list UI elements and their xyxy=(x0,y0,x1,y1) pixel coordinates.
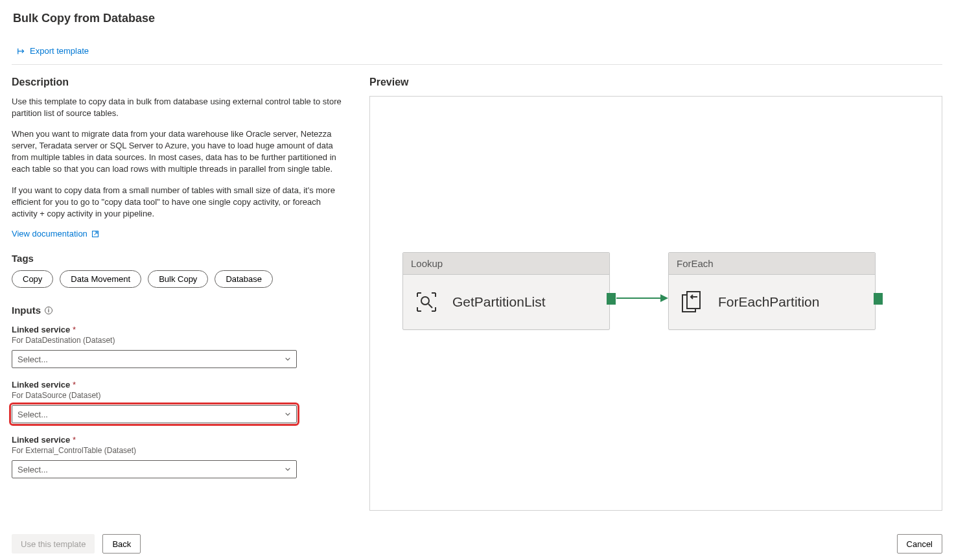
export-template-label: Export template xyxy=(30,46,89,56)
required-star: * xyxy=(73,435,76,445)
external-link-icon xyxy=(91,230,99,238)
description-para3: If you want to copy data from a small nu… xyxy=(12,185,349,220)
footer: Use this template Back Cancel xyxy=(0,528,954,550)
preview-canvas[interactable]: Lookup GetPartitionList ForEach xyxy=(369,96,942,511)
select-placeholder: Select... xyxy=(17,465,48,474)
svg-rect-3 xyxy=(687,292,700,309)
view-documentation-label: View documentation xyxy=(12,229,87,239)
inputs-heading: Inputs i xyxy=(12,305,349,316)
tag-bulk-copy[interactable]: Bulk Copy xyxy=(148,270,208,288)
chevron-down-icon xyxy=(285,466,291,472)
foreach-icon xyxy=(679,289,705,315)
input-group-datasource: Linked service * For DataSource (Dataset… xyxy=(12,380,349,423)
activity-lookup[interactable]: Lookup GetPartitionList xyxy=(402,252,610,330)
linked-service-select-datasource[interactable]: Select... xyxy=(12,405,297,423)
description-heading: Description xyxy=(12,76,349,88)
lookup-icon xyxy=(413,289,439,315)
tag-data-movement[interactable]: Data Movement xyxy=(60,270,141,288)
export-template-link[interactable]: Export template xyxy=(17,46,89,56)
back-button[interactable]: Back xyxy=(102,534,141,550)
activity-name-label: GetPartitionList xyxy=(452,294,546,310)
input-label: Linked service xyxy=(12,325,70,334)
tag-database[interactable]: Database xyxy=(215,270,273,288)
activity-name-label: ForEachPartition xyxy=(718,294,819,310)
activity-type-label: Lookup xyxy=(403,253,609,275)
export-icon xyxy=(17,47,26,56)
description-para2: When you want to migrate data from your … xyxy=(12,128,349,176)
svg-point-1 xyxy=(421,297,429,305)
info-icon[interactable]: i xyxy=(45,307,52,314)
description-text: Use this template to copy data in bulk f… xyxy=(12,96,349,220)
view-documentation-link[interactable]: View documentation xyxy=(12,229,99,239)
select-placeholder: Select... xyxy=(17,410,48,419)
output-port[interactable] xyxy=(607,293,616,305)
required-star: * xyxy=(73,325,76,334)
page-title: Bulk Copy from Database xyxy=(13,12,942,25)
select-placeholder: Select... xyxy=(17,355,48,364)
preview-heading: Preview xyxy=(369,76,942,88)
tags-row: Copy Data Movement Bulk Copy Database xyxy=(12,270,349,288)
input-group-datadestination: Linked service * For DataDestination (Da… xyxy=(12,325,349,368)
chevron-down-icon xyxy=(285,356,291,362)
use-this-template-button: Use this template xyxy=(12,534,95,550)
activity-type-label: ForEach xyxy=(669,253,875,275)
success-connector[interactable] xyxy=(616,298,662,299)
input-sublabel: For DataSource (Dataset) xyxy=(12,391,349,400)
activity-foreach[interactable]: ForEach ForEachPartition xyxy=(668,252,876,330)
tags-heading: Tags xyxy=(12,253,349,264)
linked-service-select-controltable[interactable]: Select... xyxy=(12,460,297,478)
arrow-head-icon xyxy=(660,294,668,302)
linked-service-select-datadestination[interactable]: Select... xyxy=(12,350,297,368)
required-star: * xyxy=(73,380,76,390)
tag-copy[interactable]: Copy xyxy=(12,270,53,288)
input-label: Linked service xyxy=(12,380,70,390)
chevron-down-icon xyxy=(285,411,291,417)
input-label: Linked service xyxy=(12,435,70,445)
cancel-button[interactable]: Cancel xyxy=(897,534,942,550)
output-port[interactable] xyxy=(874,293,883,305)
input-group-controltable: Linked service * For External_ControlTab… xyxy=(12,435,349,478)
description-para1: Use this template to copy data in bulk f… xyxy=(12,96,349,119)
toolbar: Export template xyxy=(12,43,942,65)
input-sublabel: For DataDestination (Dataset) xyxy=(12,336,349,345)
input-sublabel: For External_ControlTable (Dataset) xyxy=(12,446,349,455)
